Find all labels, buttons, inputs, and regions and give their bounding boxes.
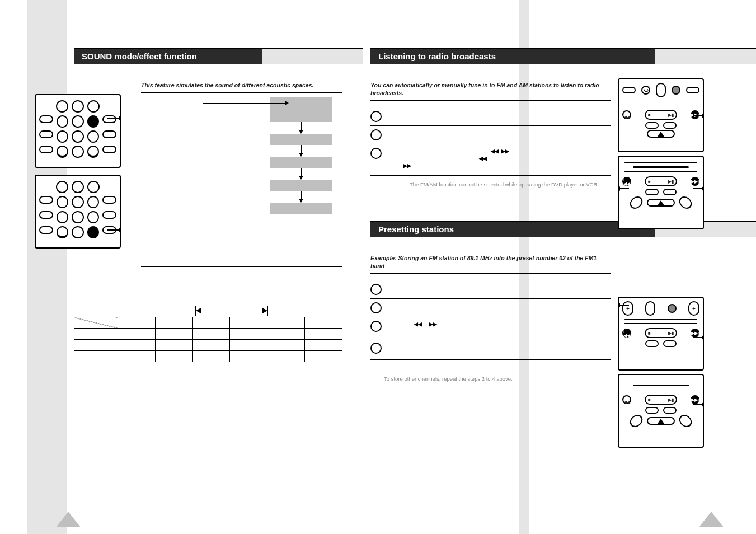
section-title: Presetting stations xyxy=(370,222,655,237)
remote-illustration-transport-3: + + |◀◀ ■ ▶▮ ▶▶| xyxy=(618,297,704,371)
flow-arrow-down-icon xyxy=(299,176,303,180)
remote-illustration-transport-4: |◀◀ ■ ▶▮ ▶▶| xyxy=(618,374,704,448)
callout-arrow-icon xyxy=(618,305,629,306)
closing-text: To store other channels, repeat the step… xyxy=(384,376,513,382)
rocker-icon xyxy=(645,301,655,316)
ff-icon: ▶▶ xyxy=(429,321,437,327)
right-page: Listening to radio broadcasts You can au… xyxy=(363,0,756,534)
flow-node xyxy=(270,134,332,145)
transport-oval: ■ ▶▮ xyxy=(645,328,677,338)
power-icon: ⏻ xyxy=(641,86,650,95)
section-title: Listening to radio broadcasts xyxy=(370,49,655,64)
step-number-badge: 1 xyxy=(370,284,382,295)
flow-node xyxy=(270,203,332,214)
mode-icon xyxy=(668,304,677,313)
effect-table-area xyxy=(74,306,342,362)
table-col-header xyxy=(192,317,230,329)
step-row: 3 ◀◀ ▶▶ xyxy=(370,317,611,339)
intro-rule xyxy=(141,92,342,93)
step-number-badge: 3 xyxy=(370,321,382,332)
transport-oval: ■ ▶▮ xyxy=(645,395,677,405)
step-text: ◀◀ ▶▶ xyxy=(387,321,611,335)
prev-track-icon: |◀◀ xyxy=(622,110,631,119)
table-row xyxy=(74,351,342,362)
closing-note: To store other channels, repeat the step… xyxy=(384,376,608,382)
step-number-badge: 2 xyxy=(370,129,382,140)
section-header-accent xyxy=(262,49,363,64)
next-track-icon: ▶▶| xyxy=(691,110,699,119)
stop-icon: ■ xyxy=(648,331,651,336)
next-track-icon: ▶▶| xyxy=(691,395,699,404)
table-col-header xyxy=(305,317,342,329)
volume-plus-icon xyxy=(686,87,699,93)
table-row xyxy=(74,340,342,351)
next-track-icon: ▶▶| xyxy=(691,177,699,186)
rew-icon: ◀◀ xyxy=(414,321,422,327)
prev-track-icon: |◀◀ xyxy=(622,395,631,404)
step-row: 2 xyxy=(370,126,611,144)
eject-icon xyxy=(647,417,675,425)
page-corner-triangle-icon xyxy=(56,512,81,527)
flow-node xyxy=(270,157,332,168)
section-intro: You can automatically or manually tune i… xyxy=(370,81,611,97)
manual-spread: SOUND mode/effect function This feature … xyxy=(0,0,756,534)
section-intro: This feature simulates the sound of diff… xyxy=(141,81,342,89)
step-row: 4 xyxy=(370,339,611,357)
steps-end-rule xyxy=(370,359,611,360)
radio-steps: 1 2 3 ◀◀ ▶▶ xyxy=(370,107,611,172)
play-pause-icon: ▶▮ xyxy=(668,179,674,184)
flow-arrow-down-icon xyxy=(299,199,303,203)
step-number-badge: 3 xyxy=(370,148,382,159)
step-number-badge: 2 xyxy=(370,302,382,313)
subsection-rule xyxy=(141,266,342,267)
step-row: 2 xyxy=(370,299,611,317)
callout-arrow-icon xyxy=(107,229,121,231)
flow-node xyxy=(270,180,332,191)
remote-illustration-keypad-2 xyxy=(35,175,121,249)
step-number-badge: 1 xyxy=(370,111,382,122)
flow-node xyxy=(270,97,332,122)
section-title: SOUND mode/effect function xyxy=(74,49,262,64)
callout-arrow-icon xyxy=(693,337,704,338)
remote-illustration-transport-1: ⏻ |◀◀ ■ ▶▮ ▶▶| xyxy=(618,78,704,152)
remote-illustration-transport-2: |◀◀ ■ ▶▮ ▶▶| xyxy=(618,156,704,229)
table-col-header xyxy=(267,317,305,329)
ff-icon: ▶▶ xyxy=(501,148,509,154)
step-row: 1 xyxy=(370,280,611,299)
intro-rule xyxy=(370,273,611,274)
play-pause-icon: ▶▮ xyxy=(668,331,674,336)
next-track-icon: ▶▶| xyxy=(691,329,699,338)
flow-loop-line xyxy=(203,103,203,187)
ff-icon: ▶▶ xyxy=(403,163,411,168)
play-pause-icon: ▶▮ xyxy=(668,397,674,402)
intro-rule xyxy=(370,100,611,101)
table-col-header xyxy=(230,317,267,329)
effect-table xyxy=(74,317,342,362)
callout-arrow-icon xyxy=(618,188,629,189)
table-col-header xyxy=(155,317,192,329)
preset-steps: 1 2 3 ◀◀ ▶▶ 4 xyxy=(370,280,611,357)
mode-flow-diagram xyxy=(172,97,346,214)
steps-end-rule xyxy=(370,175,611,176)
step-row: 3 ◀◀ ▶▶ xyxy=(370,144,611,172)
left-page: SOUND mode/effect function This feature … xyxy=(27,0,363,534)
eject-icon xyxy=(647,130,675,138)
table-span-arrow xyxy=(121,306,342,316)
flow-arrow-down-icon xyxy=(299,153,303,157)
table-col-header xyxy=(118,317,156,329)
table-row xyxy=(74,329,342,340)
remote-illustration-keypad-1 xyxy=(35,94,121,168)
section-header-radio: Listening to radio broadcasts xyxy=(370,48,756,64)
rew-icon: ◀◀ xyxy=(479,156,487,161)
note-text: The FM/AM function cannot be selected wh… xyxy=(410,181,599,188)
prev-track-icon: |◀◀ xyxy=(622,329,631,338)
play-pause-icon: ▶▮ xyxy=(668,113,674,118)
prev-track-icon: |◀◀ xyxy=(622,177,631,186)
callout-arrow-icon xyxy=(693,188,704,189)
step-number-badge: 4 xyxy=(370,343,382,354)
plus-icon: + xyxy=(622,301,633,316)
step-text: ◀◀ ▶▶ ◀◀ ▶▶ xyxy=(387,148,611,169)
callout-arrow-icon xyxy=(693,404,704,405)
table-diag-header xyxy=(74,317,118,329)
stop-icon: ■ xyxy=(648,113,651,118)
